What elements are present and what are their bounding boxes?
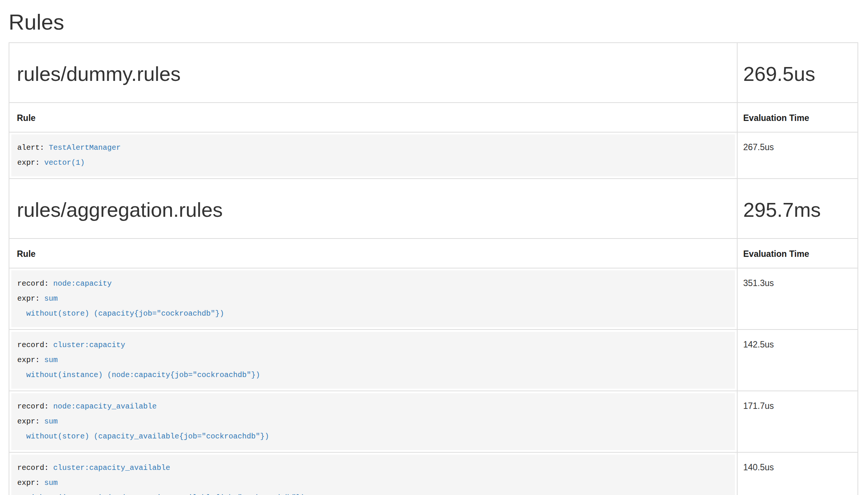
expr-label: expr: — [17, 479, 40, 487]
group-header-row: rules/aggregation.rules 295.7ms — [9, 179, 858, 239]
alert-name-link[interactable]: TestAlertManager — [49, 143, 121, 152]
rule-expr-link[interactable]: sum without(instance) (node:capacity_ava… — [17, 479, 305, 495]
expr-label: expr: — [17, 158, 40, 167]
rule-row: record:cluster:capacity expr:sum without… — [9, 330, 858, 391]
rule-row: record:node:capacity_available expr:sum … — [9, 391, 858, 452]
eval-time-value: 171.7us — [743, 401, 774, 411]
rule-definition: alert:TestAlertManager expr:vector(1) — [11, 134, 735, 176]
rule-definition: record:node:capacity expr:sum without(st… — [11, 270, 735, 327]
rule-cell: record:node:capacity_available expr:sum … — [9, 391, 737, 452]
eval-col-header: Evaluation Time — [737, 239, 858, 268]
rule-expr-link[interactable]: vector(1) — [44, 158, 85, 167]
rule-definition: record:node:capacity_available expr:sum … — [11, 393, 735, 450]
rule-definition: record:cluster:capacity_available expr:s… — [11, 455, 735, 495]
group-file-title: rules/aggregation.rules — [17, 198, 729, 221]
group-file-cell: rules/aggregation.rules — [9, 179, 737, 239]
rule-definition: record:cluster:capacity expr:sum without… — [11, 332, 735, 389]
column-header-row: Rule Evaluation Time — [9, 103, 858, 132]
rule-kind-label: record: — [17, 464, 49, 472]
group-file-title: rules/dummy.rules — [17, 63, 729, 85]
group-eval-time: 269.5us — [743, 63, 852, 85]
eval-time-value: 351.3us — [743, 278, 774, 288]
expr-label: expr: — [17, 356, 40, 364]
group-header-row: rules/dummy.rules 269.5us — [9, 43, 858, 103]
rule-col-header: Rule — [9, 239, 737, 268]
eval-time-value: 142.5us — [743, 340, 774, 349]
rules-page: Rules rules/dummy.rules 269.5us Rule Eva… — [9, 10, 858, 495]
expr-label: expr: — [17, 417, 40, 426]
rule-cell: alert:TestAlertManager expr:vector(1) — [9, 132, 737, 179]
expr-label: expr: — [17, 294, 40, 303]
group-file-cell: rules/dummy.rules — [9, 43, 737, 103]
eval-time-cell: 267.5us — [737, 132, 858, 179]
record-name-link[interactable]: cluster:capacity_available — [53, 464, 170, 472]
rule-kind-label: record: — [17, 279, 49, 288]
record-name-link[interactable]: node:capacity_available — [53, 402, 157, 411]
eval-time-cell: 140.5us — [737, 452, 858, 495]
record-name-link[interactable]: cluster:capacity — [53, 341, 125, 349]
eval-time-value: 140.5us — [743, 462, 774, 472]
rule-cell: record:cluster:capacity_available expr:s… — [9, 452, 737, 495]
rule-cell: record:node:capacity expr:sum without(st… — [9, 268, 737, 330]
rules-table: rules/dummy.rules 269.5us Rule Evaluatio… — [9, 42, 858, 495]
eval-col-header: Evaluation Time — [737, 103, 858, 132]
page-title: Rules — [9, 10, 858, 34]
record-name-link[interactable]: node:capacity — [53, 279, 112, 288]
group-eval-cell: 295.7ms — [737, 179, 858, 239]
rule-expr-link[interactable]: sum without(store) (capacity{job="cockro… — [17, 294, 224, 318]
eval-time-value: 267.5us — [743, 142, 774, 152]
rule-kind-label: alert: — [17, 143, 44, 152]
rule-row: record:node:capacity expr:sum without(st… — [9, 268, 858, 330]
eval-time-cell: 142.5us — [737, 330, 858, 391]
rule-kind-label: record: — [17, 402, 49, 411]
rule-cell: record:cluster:capacity expr:sum without… — [9, 330, 737, 391]
rule-expr-link[interactable]: sum without(instance) (node:capacity{job… — [17, 356, 260, 379]
column-header-row: Rule Evaluation Time — [9, 239, 858, 268]
group-eval-time: 295.7ms — [743, 198, 852, 221]
eval-time-cell: 351.3us — [737, 268, 858, 330]
rule-kind-label: record: — [17, 341, 49, 349]
eval-time-cell: 171.7us — [737, 391, 858, 452]
group-eval-cell: 269.5us — [737, 43, 858, 103]
rule-col-header: Rule — [9, 103, 737, 132]
rule-row: record:cluster:capacity_available expr:s… — [9, 452, 858, 495]
rule-expr-link[interactable]: sum without(store) (capacity_available{j… — [17, 417, 269, 441]
rule-row: alert:TestAlertManager expr:vector(1) 26… — [9, 132, 858, 179]
